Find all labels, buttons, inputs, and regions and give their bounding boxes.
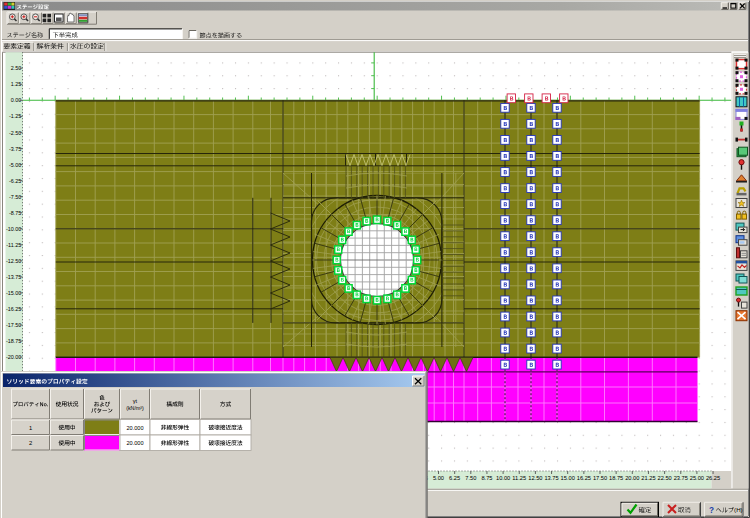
svg-text:10.00: 10.00	[496, 475, 510, 481]
svg-text:8.75: 8.75	[481, 475, 492, 481]
svg-text:23.75: 23.75	[674, 475, 688, 481]
svg-text:20.000: 20.000	[126, 425, 143, 431]
svg-text:-17.50: -17.50	[6, 322, 21, 328]
svg-text:(H): (H)	[734, 506, 743, 513]
svg-text:13.75: 13.75	[544, 475, 558, 481]
svg-text:6.25: 6.25	[449, 475, 460, 481]
svg-text:2: 2	[29, 440, 32, 446]
svg-text:1: 1	[29, 425, 32, 431]
svg-text:-8.75: -8.75	[9, 210, 21, 216]
svg-text:25.00: 25.00	[690, 475, 704, 481]
svg-text:-3.75: -3.75	[9, 146, 21, 152]
svg-text:17.50: 17.50	[593, 475, 607, 481]
svg-text:5.00: 5.00	[433, 475, 444, 481]
svg-text:22.50: 22.50	[657, 475, 671, 481]
svg-text:-10.00: -10.00	[6, 226, 21, 232]
svg-text:7.50: 7.50	[465, 475, 476, 481]
svg-text:?: ?	[709, 506, 714, 515]
svg-text:21.25: 21.25	[641, 475, 655, 481]
svg-text:(kN/m³): (kN/m³)	[126, 405, 144, 411]
svg-text:-15.00: -15.00	[6, 290, 21, 296]
svg-text:-1.25: -1.25	[9, 113, 21, 119]
svg-text:20.000: 20.000	[126, 440, 143, 446]
svg-text:-2.50: -2.50	[9, 130, 21, 136]
svg-text:-5.00: -5.00	[9, 162, 21, 168]
svg-text:16.25: 16.25	[577, 475, 591, 481]
svg-text:γt: γt	[133, 398, 138, 404]
svg-text:-12.50: -12.50	[6, 258, 21, 264]
svg-text:12.50: 12.50	[528, 475, 542, 481]
svg-text:-20.00: -20.00	[6, 354, 21, 360]
svg-text:26.25: 26.25	[706, 475, 720, 481]
svg-text:-16.25: -16.25	[6, 306, 21, 312]
svg-text:-7.50: -7.50	[9, 194, 21, 200]
svg-text:-18.75: -18.75	[6, 338, 21, 344]
svg-text:-13.75: -13.75	[6, 274, 21, 280]
svg-text:15.00: 15.00	[561, 475, 575, 481]
svg-text:20.00: 20.00	[625, 475, 639, 481]
svg-text:11.25: 11.25	[512, 475, 526, 481]
svg-text:18.75: 18.75	[609, 475, 623, 481]
svg-text:-11.25: -11.25	[6, 242, 21, 248]
svg-text:-6.25: -6.25	[9, 178, 21, 184]
